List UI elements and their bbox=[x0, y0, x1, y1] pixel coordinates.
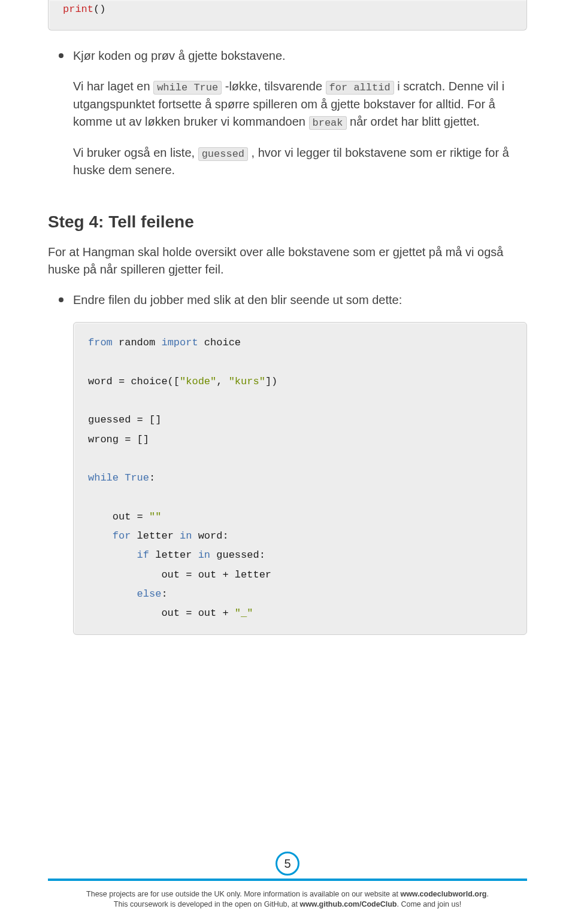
footer-line1c: . bbox=[486, 890, 488, 898]
list-item-text: Kjør koden og prøv å gjette bokstavene. bbox=[73, 49, 286, 62]
code-token: "kode" bbox=[180, 376, 216, 387]
code-token: guessed = [] bbox=[88, 414, 161, 425]
code-token: guessed: bbox=[210, 549, 265, 561]
inline-code: guessed bbox=[198, 147, 248, 161]
list-item-text: Endre filen du jobber med slik at den bl… bbox=[73, 293, 402, 306]
inline-code: while True bbox=[153, 81, 222, 95]
code-token: () bbox=[93, 4, 105, 15]
list-item: Endre filen du jobber med slik at den bl… bbox=[59, 291, 527, 309]
code-token: wrong = [] bbox=[88, 434, 149, 445]
code-token: choice bbox=[198, 337, 241, 348]
text-run: når ordet har blitt gjettet. bbox=[347, 115, 480, 128]
code-token: "kurs" bbox=[229, 376, 265, 387]
footer-line2c: . Come and join us! bbox=[397, 900, 461, 908]
bullet-list-top: Kjør koden og prøv å gjette bokstavene. bbox=[59, 47, 527, 65]
paragraph: Vi bruker også en liste, guessed , hvor … bbox=[73, 144, 527, 180]
code-token: True bbox=[119, 472, 149, 484]
code-block-top: print() bbox=[48, 0, 527, 31]
code-token: letter bbox=[149, 549, 198, 561]
list-item: Kjør koden og prøv å gjette bokstavene. bbox=[59, 47, 527, 65]
code-token: , bbox=[216, 376, 228, 387]
text-run: Vi har laget en bbox=[73, 80, 153, 93]
code-token: if bbox=[88, 549, 149, 561]
footer-url2: www.github.com/CodeClub bbox=[299, 900, 397, 908]
code-token: import bbox=[161, 337, 198, 348]
section-intro: For at Hangman skal holde oversikt over … bbox=[48, 244, 527, 278]
code-token: ]) bbox=[265, 376, 277, 387]
text-run: Vi bruker også en liste, bbox=[73, 146, 198, 159]
footer-line2a: This coursework is developed in the open… bbox=[114, 900, 300, 908]
paragraph: Vi har laget en while True -løkke, tilsv… bbox=[73, 78, 527, 130]
code-token: while bbox=[88, 472, 119, 484]
page-number-badge: 5 bbox=[276, 852, 299, 876]
code-block-bottom: from random import choice word = choice(… bbox=[73, 322, 527, 634]
code-token: word = choice([ bbox=[88, 376, 180, 387]
text-run: -løkke, tilsvarende bbox=[222, 80, 325, 93]
code-token: letter bbox=[131, 530, 180, 542]
section-heading: Steg 4: Tell feilene bbox=[48, 212, 527, 232]
code-token: out = bbox=[88, 511, 149, 522]
code-token: "_" bbox=[235, 607, 253, 619]
code-token: from bbox=[88, 337, 113, 348]
footer-url1: www.codeclubworld.org bbox=[400, 890, 486, 898]
code-token: random bbox=[113, 337, 162, 348]
code-token: print bbox=[63, 4, 93, 15]
footer-rule bbox=[48, 879, 527, 881]
footer-text: These projects are for use outside the U… bbox=[0, 889, 575, 910]
bullet-list-mid: Endre filen du jobber med slik at den bl… bbox=[59, 291, 527, 309]
inline-code: for alltid bbox=[326, 81, 394, 95]
code-token: out = out + letter bbox=[88, 569, 271, 580]
code-token: out = out + bbox=[88, 607, 235, 619]
code-token: for bbox=[88, 530, 131, 542]
page-footer: 5 These projects are for use outside the… bbox=[0, 889, 575, 910]
code-token: "" bbox=[149, 511, 161, 522]
inline-code: break bbox=[309, 116, 347, 130]
code-token: in bbox=[198, 549, 210, 561]
footer-line1a: These projects are for use outside the U… bbox=[86, 890, 400, 898]
code-token: : bbox=[149, 472, 155, 484]
code-token: word: bbox=[192, 530, 228, 542]
code-token: : bbox=[161, 588, 167, 600]
code-token: in bbox=[180, 530, 192, 542]
code-token: else bbox=[88, 588, 161, 600]
